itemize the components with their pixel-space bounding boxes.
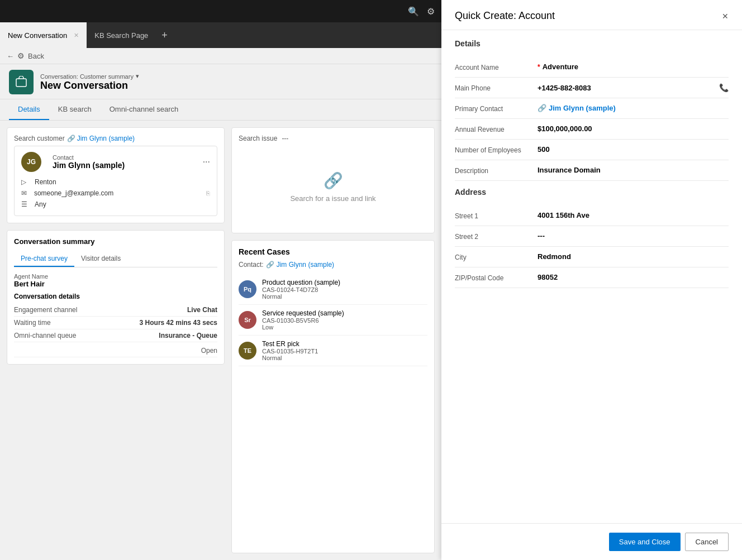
contact-link-icon2: 🔗 — [266, 261, 274, 269]
top-bar: 🔍 ⚙ — [0, 0, 441, 22]
customer-card: Search customer 🔗 Jim Glynn (sample) JG — [7, 127, 225, 223]
issue-search-bar: Search issue --- — [239, 135, 427, 142]
back-label: Back — [28, 52, 44, 60]
right-column: Search issue --- 🔗 Search for a issue an… — [231, 127, 435, 553]
search-icon[interactable]: 🔍 — [408, 6, 419, 17]
case-avatar-2: TE — [239, 342, 256, 360]
street2-field: Street 2 --- — [455, 226, 729, 247]
annual-revenue-field: Annual Revenue $100,000,000.00 — [455, 119, 729, 140]
summary-title: Conversation summary — [14, 237, 217, 246]
primary-contact-link[interactable]: 🔗 Jim Glynn (sample) — [538, 104, 616, 112]
contact-avatar: JG — [21, 152, 41, 172]
case-priority-0: Normal — [262, 293, 340, 300]
case-item-1: Sr Service requested (sample) CAS-01030-… — [239, 305, 427, 336]
cancel-button[interactable]: Cancel — [685, 533, 729, 551]
conversation-subtitle: Conversation: Customer summary ▾ — [40, 73, 139, 80]
save-and-close-button[interactable]: Save and Close — [609, 533, 681, 551]
qc-footer: Save and Close Cancel — [441, 523, 742, 560]
omni-queue-row: Omni-channel queue Insurance - Queue — [14, 329, 217, 342]
qc-title: Quick Create: Account — [455, 10, 555, 22]
summary-tab-visitor[interactable]: Visitor details — [74, 251, 127, 267]
account-name-field: Account Name *Adventure — [455, 57, 729, 78]
contact-icon: 🔗 — [538, 104, 546, 112]
annual-revenue-value: $100,000,000.00 — [538, 125, 729, 133]
summary-tabs: Pre-chat survey Visitor details — [14, 251, 217, 267]
contact-city-row: ▷ Renton — [21, 176, 210, 188]
contact-more-icon[interactable]: ··· — [203, 157, 210, 167]
subtitle-text: Conversation: Customer summary — [40, 73, 134, 80]
city-label: City — [455, 252, 533, 261]
tab-close-icon[interactable]: ✕ — [74, 32, 79, 39]
contact-name: Jim Glynn (sample) — [53, 161, 125, 170]
description-field: Description Insurance Domain — [455, 160, 729, 181]
tab-new-conversation[interactable]: New Conversation ✕ — [0, 22, 87, 48]
case-priority-2: Normal — [262, 355, 318, 361]
conversation-title: New Conversation — [40, 80, 139, 92]
case-item-2: TE Test ER pick CAS-01035-H9T2T1 Normal — [239, 336, 427, 366]
main-phone-label: Main Phone — [455, 83, 533, 92]
case-info-0: Product question (sample) CAS-01024-T4D7… — [262, 279, 340, 300]
nav-tab-kb-search[interactable]: KB search — [49, 99, 101, 120]
tab-add-button[interactable]: + — [156, 22, 173, 48]
link-icon: 🔗 — [324, 171, 343, 190]
address-section-title: Address — [455, 188, 729, 197]
contact-card: JG Contact Jim Glynn (sample) ··· ▷ Rent… — [14, 146, 217, 216]
street2-value: --- — [538, 232, 729, 240]
num-employees-field: Number of Employees 500 — [455, 140, 729, 160]
back-button[interactable]: Back — [28, 52, 44, 60]
issue-search-card: Search issue --- 🔗 Search for a issue an… — [231, 127, 435, 233]
main-phone-field: Main Phone +1425-882-8083 📞 — [455, 78, 729, 98]
customer-link[interactable]: 🔗 Jim Glynn (sample) — [67, 135, 135, 142]
cases-contact-link[interactable]: Jim Glynn (sample) — [277, 261, 334, 269]
subtitle-chevron: ▾ — [136, 73, 139, 80]
zip-value: 98052 — [538, 273, 729, 281]
case-name-2: Test ER pick — [262, 340, 318, 348]
description-label: Description — [455, 166, 533, 175]
tab-kb-search-label: KB Search Page — [94, 31, 148, 40]
summary-tab-pre-chat[interactable]: Pre-chat survey — [14, 251, 74, 267]
details-section-title: Details — [455, 39, 729, 48]
contact-email: someone_j@example.com — [34, 189, 113, 197]
account-name-value: *Adventure — [538, 63, 729, 71]
email-icon: ✉ — [21, 189, 30, 197]
email-copy-icon[interactable]: ⎘ — [206, 190, 210, 197]
issue-search-dashes: --- — [282, 135, 288, 142]
street1-value: 4001 156th Ave — [538, 211, 729, 219]
zip-field: ZIP/Postal Code 98052 — [455, 267, 729, 288]
case-id-1: CAS-01030-B5V5R6 — [262, 317, 344, 324]
category-icon: ☰ — [21, 200, 30, 208]
case-avatar-1: Sr — [239, 311, 256, 329]
agent-name-label: Agent Name — [14, 273, 217, 280]
issue-empty-state: 🔗 Search for a issue and link — [239, 148, 427, 226]
conv-details-title: Conversation details — [14, 293, 217, 300]
nav-tab-omni[interactable]: Omni-channel search — [101, 99, 188, 120]
engagement-channel-row: Engagement channel Live Chat — [14, 304, 217, 317]
tab-bar: New Conversation ✕ KB Search Page + — [0, 22, 441, 48]
case-avatar-0: Pq — [239, 280, 256, 298]
main-phone-value: +1425-882-8083 📞 — [538, 83, 729, 92]
qc-close-button[interactable]: ✕ — [722, 12, 729, 21]
agent-name-value: Bert Hair — [14, 280, 217, 288]
customer-link-text: Jim Glynn (sample) — [77, 135, 135, 142]
case-priority-1: Low — [262, 324, 344, 331]
num-employees-label: Number of Employees — [455, 145, 533, 154]
nav-tab-details[interactable]: Details — [9, 99, 49, 120]
street2-label: Street 2 — [455, 232, 533, 241]
recent-cases-title: Recent Cases — [239, 247, 427, 256]
conversation-avatar — [9, 70, 34, 94]
description-value: Insurance Domain — [538, 166, 729, 174]
primary-contact-label: Primary Contact — [455, 104, 533, 113]
tab-kb-search[interactable]: KB Search Page — [87, 22, 156, 48]
conversation-summary-card: Conversation summary Pre-chat survey Vis… — [7, 230, 225, 365]
case-name-0: Product question (sample) — [262, 279, 340, 286]
phone-icon[interactable]: 📞 — [719, 83, 729, 92]
primary-contact-field: Primary Contact 🔗 Jim Glynn (sample) — [455, 98, 729, 119]
conversation-header: Conversation: Customer summary ▾ New Con… — [0, 64, 441, 99]
settings-icon[interactable]: ⚙ — [427, 6, 435, 17]
status-row: Open — [14, 344, 217, 357]
back-bar: ← ⚙ Back — [0, 48, 441, 64]
contact-category-row: ☰ Any — [21, 199, 210, 210]
case-info-1: Service requested (sample) CAS-01030-B5V… — [262, 309, 344, 331]
customer-link-icon: 🔗 — [67, 135, 75, 142]
left-panel: 🔍 ⚙ New Conversation ✕ KB Search Page + … — [0, 0, 441, 560]
